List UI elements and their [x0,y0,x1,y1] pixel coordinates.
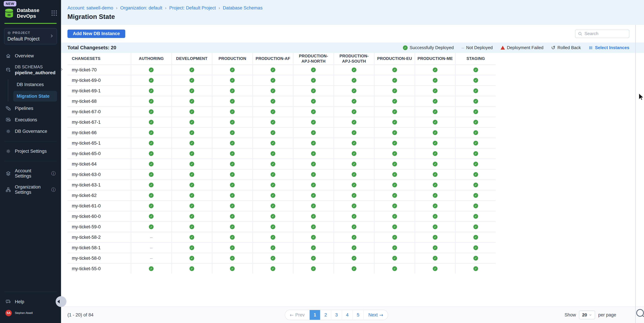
status-cell: ✓ [212,180,252,190]
sidebar-item-db-governance[interactable]: DB Governance [4,126,57,137]
sidebar-item-executions[interactable]: Executions [4,114,57,126]
status-cell: ✓ [131,138,171,148]
success-check-icon: ✓ [311,68,316,72]
not-deployed-dash-icon: – [462,45,464,51]
sidebar-collapse-handle[interactable] [56,296,66,307]
breadcrumb-link[interactable]: Organization: default [120,6,162,11]
svg-text:∞: ∞ [7,12,11,18]
search-box[interactable] [575,30,629,38]
sidebar-item-organization-settings[interactable]: Organization Settings ⓘ [4,182,57,198]
status-cell: ✓ [374,107,414,117]
status-cell: ✓ [456,201,496,211]
sidebar-item-project-settings[interactable]: Project Settings [4,145,57,157]
avatar: SA [6,310,12,316]
status-cell: ✓ [212,253,252,263]
success-check-icon: ✓ [433,109,438,114]
success-check-icon: ✓ [392,151,397,156]
success-check-icon: ✓ [270,141,275,145]
status-cell: ✓ [253,107,293,117]
help-chat-icon: ? [6,299,11,304]
status-cell: ✓ [294,149,334,158]
status-cell: ✓ [334,253,374,263]
status-cell: ✓ [456,65,496,75]
page-button-2[interactable]: 2 [320,310,331,320]
status-cell: ✓ [415,222,455,232]
sidebar-item-account-settings[interactable]: Account Settings ⓘ [4,165,57,182]
breadcrumb-link[interactable]: Account: satwell-demo [68,6,113,11]
page-button-1[interactable]: 1 [309,310,320,320]
columns-bars-icon [588,46,593,50]
status-cell: ✓ [131,170,171,179]
toolbar: Add New DB Instance [61,25,644,43]
status-cell: ✓ [212,201,252,211]
page-button-3[interactable]: 3 [331,310,342,320]
success-check-icon: ✓ [270,78,275,83]
status-cell: ✓ [374,159,414,169]
support-chat-icon[interactable] [635,307,644,319]
status-cell: ✓ [374,65,414,75]
sidebar-item-label: DB Governance [15,129,47,134]
success-check-icon: ✓ [190,120,194,125]
success-check-icon: ✓ [149,120,154,125]
changeset-name: my-ticket-58-1 [68,243,131,253]
status-cell: ✓ [212,170,252,179]
status-cell: ✓ [374,117,414,127]
result-range: (1 - 20) of 84 [68,312,94,317]
status-cell: ✓ [294,65,334,75]
search-input[interactable] [584,31,627,36]
sidebar-item-pipelines[interactable]: Pipelines [4,103,57,114]
status-cell: ✓ [172,65,212,75]
status-cell: ✓ [253,191,293,200]
success-check-icon: ✓ [149,224,154,229]
user-menu[interactable]: SA Stephen Atwell [4,307,57,318]
status-cell: ✓ [294,201,334,211]
status-cell: ✓ [415,117,455,127]
success-check-icon: ✓ [270,99,275,104]
success-check-icon: ✓ [230,193,235,198]
database-devops-logo-icon: ∞ [4,8,14,18]
success-check-icon: ✓ [270,120,275,125]
page-size-select[interactable]: 20 [579,310,595,319]
sidebar-item-db-schemas[interactable]: DB SCHEMAS pipeline_authored [4,62,57,78]
success-check-icon: ✓ [392,88,397,93]
status-legend: ✓ Successfully Deployed – Not Deployed D… [403,45,629,51]
add-db-instance-button[interactable]: Add New DB Instance [68,30,125,38]
success-check-icon: ✓ [433,245,438,250]
sidebar-item-overview[interactable]: Overview [4,50,57,62]
status-cell: ✓ [415,96,455,106]
success-check-icon: ✓ [190,78,194,83]
next-page-button[interactable]: Next→ [363,310,388,320]
success-check-icon: ✓ [474,78,478,83]
status-cell: ✓ [172,128,212,138]
breadcrumb-link[interactable]: Project: Default Project [169,6,216,11]
success-check-icon: ✓ [270,130,275,135]
page-header: Account: satwell-demo›Organization: defa… [61,0,644,25]
sidebar-item-migration-state[interactable]: Migration State [13,91,57,102]
success-check-icon: ✓ [352,235,356,240]
success-check-icon: ✓ [149,68,154,72]
changeset-name: my-ticket-55-0 [68,264,131,273]
page-button-4[interactable]: 4 [342,310,352,320]
success-check-icon: ✓ [190,141,194,145]
status-cell: ✓ [294,211,334,221]
select-instances-button[interactable]: Select Instances [588,45,629,50]
scroll-divider[interactable] [635,25,636,323]
status-cell: ✓ [294,96,334,106]
status-cell: ✓ [212,149,252,158]
sidebar-item-db-instances[interactable]: DB Instances [13,79,57,90]
prev-page-button[interactable]: ←Prev [285,310,309,320]
success-check-icon: ✓ [270,235,275,240]
status-cell: ✓ [334,211,374,221]
success-check-icon: ✓ [311,162,316,166]
success-check-icon: ✓ [474,203,478,208]
success-check-icon: ✓ [474,235,478,240]
sidebar-item-help[interactable]: ? Help [4,296,57,307]
success-check-icon: ✓ [433,130,438,135]
status-cell: – [131,243,171,253]
app-launcher-grid-icon[interactable] [52,11,57,16]
page-button-5[interactable]: 5 [352,310,363,320]
breadcrumb-link[interactable]: Database Schemas [223,6,263,11]
success-check-icon: ✓ [433,183,438,187]
legend-successfully-deployed: ✓ Successfully Deployed [403,45,454,50]
project-selector[interactable]: PROJECT Default Project [4,28,57,44]
